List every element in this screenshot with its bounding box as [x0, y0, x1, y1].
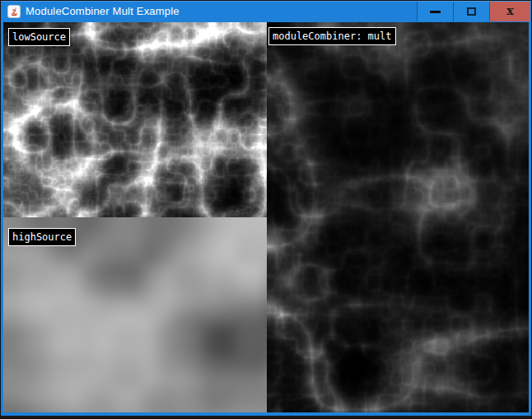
highsource-render [3, 217, 267, 412]
combiner-render [267, 22, 529, 412]
app-window: ModuleCombiner Mult Example x lowSource … [0, 0, 532, 419]
close-icon: x [506, 5, 513, 16]
maximize-button[interactable] [453, 2, 489, 21]
java-coffee-cup-icon [7, 5, 21, 18]
minimize-icon [430, 11, 441, 13]
combiner-label: moduleCombiner: mult [268, 27, 396, 45]
lowsource-label: lowSource [8, 28, 70, 46]
window-title: ModuleCombiner Mult Example [26, 1, 180, 22]
maximize-icon [467, 7, 476, 16]
minimize-button[interactable] [417, 2, 453, 21]
close-button[interactable]: x [489, 2, 530, 21]
title-bar[interactable]: ModuleCombiner Mult Example x [1, 1, 531, 22]
highsource-label: highSource [8, 228, 76, 246]
render-area: lowSource highSource moduleCombiner: mul… [3, 22, 529, 412]
lowsource-render [3, 22, 267, 217]
window-controls: x [417, 2, 530, 21]
